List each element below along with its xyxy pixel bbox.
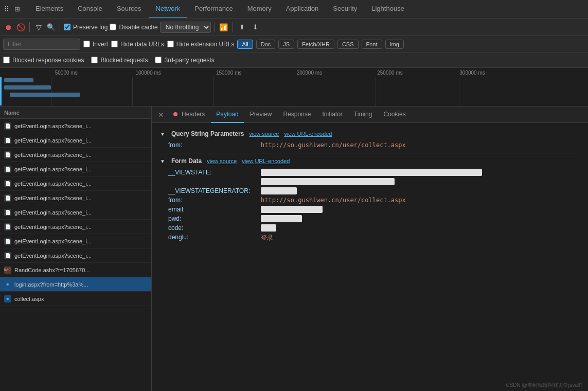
timeline-tick-300k: 300000 ms <box>459 70 485 76</box>
filter-row: Invert Hide data URLs Hide extension URL… <box>0 36 588 52</box>
close-button[interactable]: ✕ <box>155 111 167 119</box>
triangle-icon: ▼ <box>160 131 165 137</box>
query-view-source-link[interactable]: view source <box>249 131 279 137</box>
tab-response[interactable]: Response <box>278 106 316 123</box>
detail-tab-bar: ✕ Headers Payload Preview Response Initi… <box>152 106 588 123</box>
list-item[interactable]: 📄 getEventLogin.aspx?scene_i... <box>0 191 151 205</box>
query-section-title: Query String Parameters <box>171 130 244 137</box>
tab-headers[interactable]: Headers <box>168 106 210 123</box>
blocked-cookies-label[interactable]: Blocked response cookies <box>3 57 84 64</box>
request-name: getEventLogin.aspx?scene_i... <box>14 166 147 172</box>
tab-network[interactable]: Network <box>149 0 188 19</box>
filter-type-img[interactable]: Img <box>385 40 404 49</box>
multi-window-icon[interactable]: ⊞ <box>12 5 22 14</box>
preserve-log-checkbox[interactable] <box>64 24 70 30</box>
list-item[interactable]: 📄 getEventLogin.aspx?scene_i... <box>0 148 151 162</box>
tab-timing[interactable]: Timing <box>349 106 378 123</box>
form-from-key: from: <box>168 197 261 204</box>
timeline-tick-50k: 50000 ms <box>55 70 78 76</box>
code-redacted-bar <box>261 224 276 232</box>
record-stop-button[interactable]: ⏺ <box>3 22 13 32</box>
blocked-requests-label[interactable]: Blocked requests <box>91 57 148 64</box>
tab-console[interactable]: Console <box>70 0 110 19</box>
viewstate-row: __VIEWSTATE: <box>160 169 580 176</box>
query-view-url-encoded-link[interactable]: view URL-encoded <box>284 131 332 137</box>
filter-type-css[interactable]: CSS <box>337 40 359 49</box>
code-row: code: <box>160 224 580 232</box>
invert-checkbox[interactable] <box>83 41 90 47</box>
blocked-requests-checkbox[interactable] <box>91 57 98 63</box>
tab-performance[interactable]: Performance <box>187 0 240 19</box>
list-item[interactable]: 📄 getEventLogin.aspx?scene_i... <box>0 119 151 133</box>
list-item[interactable]: 📄 getEventLogin.aspx?scene_i... <box>0 248 151 263</box>
tab-lighthouse[interactable]: Lighthouse <box>364 0 412 19</box>
tab-application[interactable]: Application <box>279 0 326 19</box>
hide-extension-urls-checkbox[interactable] <box>167 41 174 47</box>
tab-elements[interactable]: Elements <box>28 0 70 19</box>
clear-button[interactable]: 🚫 <box>15 22 26 32</box>
doc-icon: 📄 <box>4 252 11 259</box>
filter-input[interactable] <box>3 39 80 50</box>
tab-payload[interactable]: Payload <box>211 106 243 123</box>
viewstate-redacted-bar-2 <box>261 178 395 185</box>
list-item[interactable]: 📄 getEventLogin.aspx?scene_i... <box>0 133 151 148</box>
request-name: collect.aspx <box>14 296 147 302</box>
viewstate-row-2 <box>160 178 580 185</box>
from-key: from: <box>168 141 261 149</box>
drag-icon[interactable]: ⠿ <box>2 5 11 14</box>
request-list-panel: Name 📄 getEventLogin.aspx?scene_i... 📄 g… <box>0 106 152 391</box>
form-view-url-encoded-link[interactable]: view URL-encoded <box>242 158 290 164</box>
upload-button[interactable]: ⬆ <box>237 22 248 33</box>
disable-cache-checkbox[interactable] <box>110 24 116 30</box>
waterfall-row-2 <box>4 84 588 91</box>
throttle-select[interactable]: No throttling <box>160 22 211 33</box>
form-view-source-link[interactable]: view source <box>207 158 237 164</box>
doc-icon: 📄 <box>4 122 11 130</box>
request-name: getEventLogin.aspx?scene_i... <box>14 209 147 216</box>
headers-dot <box>173 112 177 116</box>
section-sep-1 <box>160 153 580 153</box>
third-party-label[interactable]: 3rd-party requests <box>155 57 214 64</box>
tab-cookies[interactable]: Cookies <box>378 106 411 123</box>
filter-type-fetchxhr[interactable]: Fetch/XHR <box>297 40 334 49</box>
list-item[interactable]: 📄 getEventLogin.aspx?scene_i... <box>0 220 151 234</box>
preserve-log-label[interactable]: Preserve log <box>64 24 108 31</box>
search-button[interactable]: 🔍 <box>46 22 56 32</box>
doc-icon: 📄 <box>4 223 11 230</box>
tab-initiator[interactable]: Initiator <box>317 106 347 123</box>
tab-memory[interactable]: Memory <box>240 0 279 19</box>
list-item[interactable]: IMG RandCode.ashx?t=1705670... <box>0 263 151 277</box>
viewstategenerator-redacted-bar <box>261 187 297 194</box>
tab-security[interactable]: Security <box>326 0 364 19</box>
download-button[interactable]: ⬇ <box>250 22 261 33</box>
toolbar-divider-1 <box>29 22 30 32</box>
invert-label[interactable]: Invert <box>83 41 108 48</box>
blocked-cookies-checkbox[interactable] <box>3 57 10 63</box>
filter-type-font[interactable]: Font <box>362 40 382 49</box>
list-item[interactable]: 📄 getEventLogin.aspx?scene_i... <box>0 162 151 176</box>
hide-extension-urls-label[interactable]: Hide extension URLs <box>167 41 235 48</box>
img-icon: IMG <box>4 266 11 274</box>
filter-type-js[interactable]: JS <box>278 40 294 49</box>
request-name: getEventLogin.aspx?scene_i... <box>14 152 147 158</box>
blocked-options-row: Blocked response cookies Blocked request… <box>0 52 588 68</box>
toolbar-divider-4 <box>233 22 233 32</box>
third-party-checkbox[interactable] <box>155 57 162 63</box>
tab-preview[interactable]: Preview <box>245 106 277 123</box>
filter-button[interactable]: ▽ <box>33 22 44 32</box>
detail-panel: ✕ Headers Payload Preview Response Initi… <box>152 106 588 391</box>
filter-type-doc[interactable]: Doc <box>256 40 276 49</box>
waterfall-row-1 <box>4 77 588 83</box>
hide-data-urls-label[interactable]: Hide data URLs <box>111 41 164 48</box>
list-item[interactable]: ■ login.aspx?from=http%3a%... <box>0 277 151 292</box>
list-item[interactable]: ■ collect.aspx <box>0 292 151 306</box>
list-item[interactable]: 📄 getEventLogin.aspx?scene_i... <box>0 176 151 191</box>
filter-type-all[interactable]: All <box>237 40 253 49</box>
form-from-row: from: http://so.gushiwen.cn/user/collect… <box>160 197 580 204</box>
tab-sources[interactable]: Sources <box>110 0 149 19</box>
disable-cache-label[interactable]: Disable cache <box>110 24 157 31</box>
list-item[interactable]: 📄 getEventLogin.aspx?scene_i... <box>0 205 151 220</box>
toolbar-divider-2 <box>60 22 60 32</box>
list-item[interactable]: 📄 getEventLogin.aspx?scene_i... <box>0 234 151 248</box>
hide-data-urls-checkbox[interactable] <box>111 41 118 47</box>
